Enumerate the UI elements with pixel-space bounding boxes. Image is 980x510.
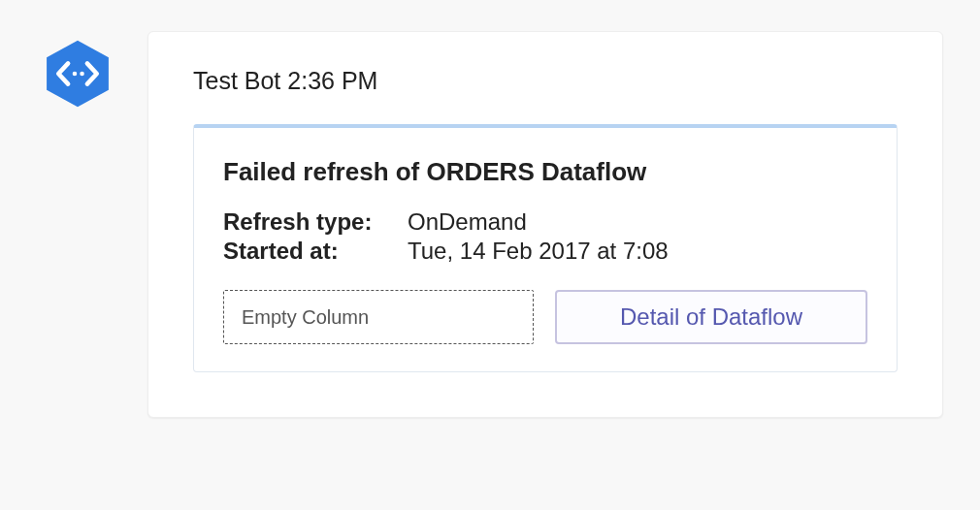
detail-of-dataflow-button[interactable]: Detail of Dataflow xyxy=(555,290,867,344)
adaptive-card: Failed refresh of ORDERS Dataflow Refres… xyxy=(193,124,898,372)
card-title: Failed refresh of ORDERS Dataflow xyxy=(223,157,867,187)
refresh-type-value: OnDemand xyxy=(408,208,527,236)
code-hexagon-icon xyxy=(41,31,114,116)
message-card: Test Bot 2:36 PM Failed refresh of ORDER… xyxy=(147,31,943,418)
message-header: Test Bot 2:36 PM xyxy=(193,67,898,95)
sender-name: Test Bot xyxy=(193,67,280,94)
fact-row: Refresh type: OnDemand xyxy=(223,208,867,236)
svg-point-2 xyxy=(80,72,84,77)
bot-avatar xyxy=(41,31,114,116)
empty-column-placeholder: Empty Column xyxy=(223,290,534,344)
svg-marker-0 xyxy=(47,41,109,107)
refresh-type-label: Refresh type: xyxy=(223,208,408,236)
facts-table: Refresh type: OnDemand Started at: Tue, … xyxy=(223,208,867,265)
message-timestamp: 2:36 PM xyxy=(287,67,377,94)
fact-row: Started at: Tue, 14 Feb 2017 at 7:08 xyxy=(223,238,867,265)
svg-point-1 xyxy=(73,72,78,77)
action-row: Empty Column Detail of Dataflow xyxy=(223,290,867,344)
started-at-label: Started at: xyxy=(223,238,408,265)
started-at-value: Tue, 14 Feb 2017 at 7:08 xyxy=(408,238,669,265)
